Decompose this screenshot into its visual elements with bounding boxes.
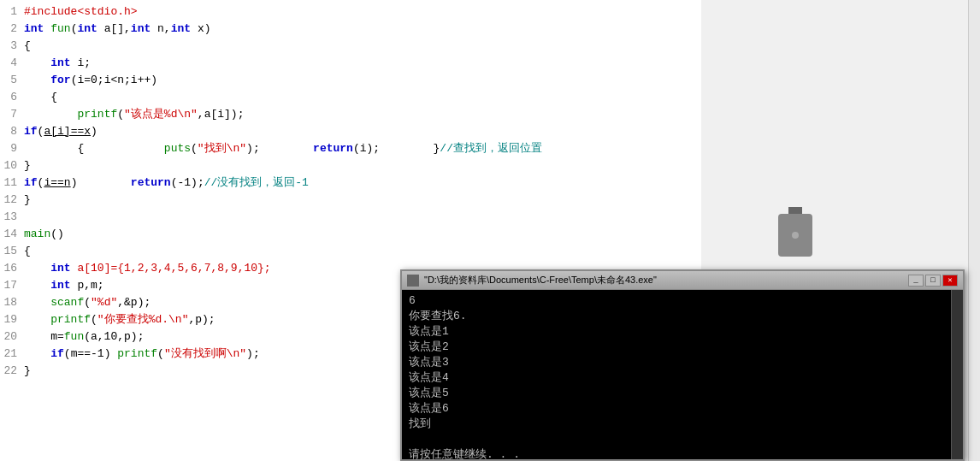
code-line-12: 12 } — [0, 192, 701, 209]
code-line-6: 6 { — [0, 89, 701, 106]
usb-device-icon — [770, 210, 821, 261]
terminal-scrollbar[interactable] — [951, 290, 963, 459]
code-line-14: 14 main() — [0, 226, 701, 243]
terminal-line-9: 找到 — [409, 417, 956, 432]
terminal-titlebar: "D:\我的资料库\Documents\C-Free\Temp\未命名43.ex… — [402, 271, 963, 290]
code-line-2: 2 int fun(int a[],int n,int x) — [0, 21, 701, 38]
minimize-button[interactable]: _ — [908, 275, 924, 287]
terminal-title-icon — [407, 275, 419, 287]
terminal-line-6: 该点是4 — [409, 370, 956, 386]
code-line-5: 5 for(i=0;i<n;i++) — [0, 72, 701, 89]
maximize-button[interactable]: □ — [925, 275, 941, 287]
terminal-line-10 — [409, 432, 956, 447]
terminal-line-8: 该点是6 — [409, 401, 956, 417]
close-button[interactable]: ✕ — [942, 275, 958, 287]
editor-scrollbar[interactable] — [968, 0, 980, 461]
code-line-10: 10 } — [0, 157, 701, 174]
code-line-1: 1 #include<stdio.h> — [0, 3, 701, 21]
terminal-line-4: 该点是2 — [409, 340, 956, 355]
terminal-line-2: 你要查找6. — [409, 309, 956, 324]
terminal-window[interactable]: "D:\我的资料库\Documents\C-Free\Temp\未命名43.ex… — [400, 269, 965, 461]
terminal-title-text: "D:\我的资料库\Documents\C-Free\Temp\未命名43.ex… — [424, 274, 906, 287]
terminal-line-1: 6 — [409, 293, 956, 309]
code-line-7: 7 printf("该点是%d\n",a[i]); — [0, 106, 701, 123]
terminal-line-11: 请按任意键继续. . . — [409, 447, 956, 459]
code-line-4: 4 int i; — [0, 55, 701, 72]
terminal-output: 6 你要查找6. 该点是1 该点是2 该点是3 该点是4 该点是5 该点是6 找… — [409, 293, 956, 459]
code-line-3: 3 { — [0, 38, 701, 55]
terminal-body: 6 你要查找6. 该点是1 该点是2 该点是3 该点是4 该点是5 该点是6 找… — [402, 290, 963, 459]
terminal-line-3: 该点是1 — [409, 324, 956, 340]
code-line-15: 15 { — [0, 243, 701, 260]
code-line-9: 9 { puts("找到\n"); return(i); }//查找到，返回位置 — [0, 140, 701, 157]
terminal-line-7: 该点是5 — [409, 386, 956, 401]
code-line-11: 11 if(i==n) return(-1);//没有找到，返回-1 — [0, 174, 701, 192]
code-line-13: 13 — [0, 209, 701, 226]
terminal-line-5: 该点是3 — [409, 355, 956, 370]
code-line-8: 8 if(a[i]==x) — [0, 123, 701, 140]
